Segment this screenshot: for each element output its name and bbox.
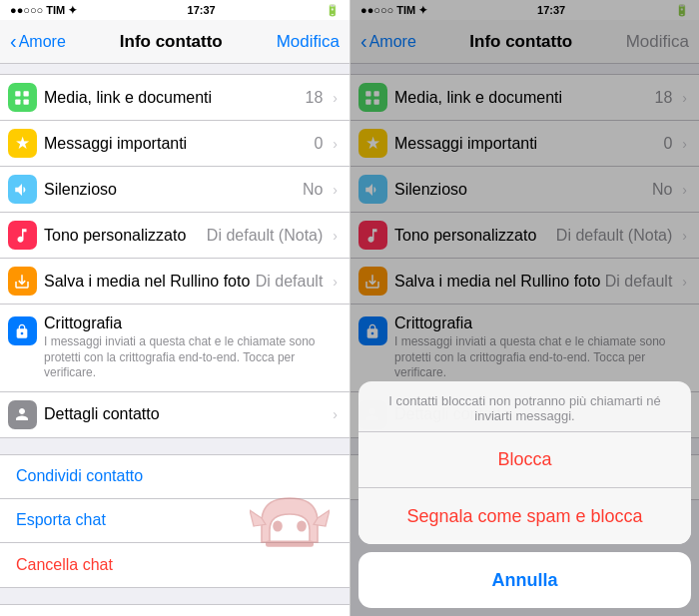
table-group-left: Media, link e documenti 18 ★ Messaggi [0,74,350,438]
overlay-backdrop[interactable]: I contatti bloccati non potranno più chi… [350,0,699,616]
tone-content-left: Tono personalizzato [44,227,207,245]
crypto-row-left[interactable]: Crittografia I messaggi inviati a questa… [0,305,350,392]
annulla-button[interactable]: Annulla [358,552,691,608]
save-content-left: Salva i media nel Rullino foto [44,273,256,291]
content-left: Media, link e documenti 18 ★ Messaggi [0,64,350,616]
tone-icon-container-left [0,221,44,250]
starred-chevron-left [333,136,338,152]
save-right-left: Di default [256,273,338,291]
mute-content-left: Silenzioso [44,181,303,199]
details-row-left[interactable]: Dettagli contatto [0,392,350,437]
media-chevron-left [333,90,338,106]
sheet-message: I contatti bloccati non potranno più chi… [358,381,691,432]
action-sheet-top: I contatti bloccati non potranno più chi… [358,381,691,544]
block-contact-row-left[interactable]: Blocca contatto [0,605,350,616]
battery-left: 🔋 [326,4,340,17]
starred-content-left: Messaggi importanti [44,135,314,153]
starred-label-left: Messaggi importanti [44,135,314,153]
share-contact-label-left: Condividi contatto [16,467,143,485]
crypto-content-left: Crittografia I messaggi inviati a questa… [44,314,338,381]
mute-row-left[interactable]: Silenzioso No [0,167,350,213]
divider1-left [0,438,350,454]
export-chat-row-left[interactable]: Esporta chat [0,499,350,543]
svg-rect-2 [15,99,20,104]
status-bar-left: ●●○○○ TIM ✦ 17:37 🔋 [0,0,350,20]
save-value-left: Di default [256,273,324,291]
details-icon-left [8,400,37,429]
mute-chevron-left [333,182,338,198]
save-row-left[interactable]: Salva i media nel Rullino foto Di defaul… [0,259,350,305]
share-contact-row-left[interactable]: Condividi contatto [0,455,350,499]
starred-value-left: 0 [314,135,323,153]
segnala-blocca-label: Segnala come spam e blocca [406,506,642,527]
tone-value-left: Di default (Nota) [207,227,324,245]
details-label-left: Dettagli contatto [44,405,333,423]
nav-title-left: Info contatto [120,32,223,52]
details-icon-container-left [0,400,44,429]
tone-label-left: Tono personalizzato [44,227,207,245]
tone-row-left[interactable]: Tono personalizzato Di default (Nota) [0,213,350,259]
save-label-left: Salva i media nel Rullino foto [44,273,256,291]
export-chat-label-left: Esporta chat [16,511,106,529]
left-panel: ●●○○○ TIM ✦ 17:37 🔋 Amore Info contatto … [0,0,350,616]
details-right-left [333,406,338,422]
media-row-left[interactable]: Media, link e documenti 18 [0,75,350,121]
back-label-left: Amore [19,33,66,51]
modifica-button-left[interactable]: Modifica [277,32,340,52]
nav-bar-left: Amore Info contatto Modifica [0,20,350,64]
annulla-label: Annulla [492,570,558,591]
mute-label-left: Silenzioso [44,181,303,199]
crypto-icon-left [8,316,37,345]
mute-icon-container-left [0,175,44,204]
mute-right-left: No [303,181,338,199]
save-icon-container-left [0,267,44,296]
details-chevron-left [333,406,338,422]
mute-icon-left [8,175,37,204]
main-section-left: Media, link e documenti 18 ★ Messaggi [0,74,350,438]
actions-group-left: Condividi contatto Esporta chat Cancella… [0,454,350,588]
starred-row-left[interactable]: ★ Messaggi importanti 0 [0,121,350,167]
tone-right-left: Di default (Nota) [207,227,338,245]
mute-value-left: No [303,181,323,199]
tone-chevron-left [333,228,338,244]
crypto-label-left: Crittografia [44,314,338,332]
svg-rect-3 [24,99,29,104]
media-content-left: Media, link e documenti [44,89,306,107]
crypto-sublabel-left: I messaggi inviati a questa chat e le ch… [44,334,338,381]
delete-chat-label-left: Cancella chat [16,556,113,574]
tone-icon-left [8,221,37,250]
star-glyph-left: ★ [15,133,30,154]
media-label-left: Media, link e documenti [44,89,306,107]
carrier-left: ●●○○○ TIM ✦ [10,4,77,17]
divider2-left [0,588,350,604]
svg-rect-0 [15,91,20,96]
crypto-icon-container-left [0,314,44,345]
media-right-left: 18 [306,89,338,107]
blocca-button[interactable]: Blocca [358,432,691,488]
media-icon-container-left [0,83,44,112]
delete-chat-row-left[interactable]: Cancella chat [0,543,350,587]
starred-icon-left: ★ [8,129,37,158]
back-arrow-icon-left [10,30,17,53]
media-icon-left [8,83,37,112]
starred-right-left: 0 [314,135,338,153]
media-value-left: 18 [306,89,324,107]
starred-icon-container-left: ★ [0,129,44,158]
save-chevron-left [333,274,338,290]
right-panel: ●●○○○ TIM ✦ 17:37 🔋 Amore Info contatto … [350,0,699,616]
save-icon-left [8,267,37,296]
svg-rect-1 [24,91,29,96]
blocca-label: Blocca [497,449,551,470]
time-left: 17:37 [188,4,216,16]
back-button-left[interactable]: Amore [10,30,66,53]
details-content-left: Dettagli contatto [44,405,333,423]
action-sheet: I contatti bloccati non potranno più chi… [350,381,699,616]
segnala-blocca-button[interactable]: Segnala come spam e blocca [358,488,691,544]
block-group-left: Blocca contatto Segnala come spam [0,604,350,616]
